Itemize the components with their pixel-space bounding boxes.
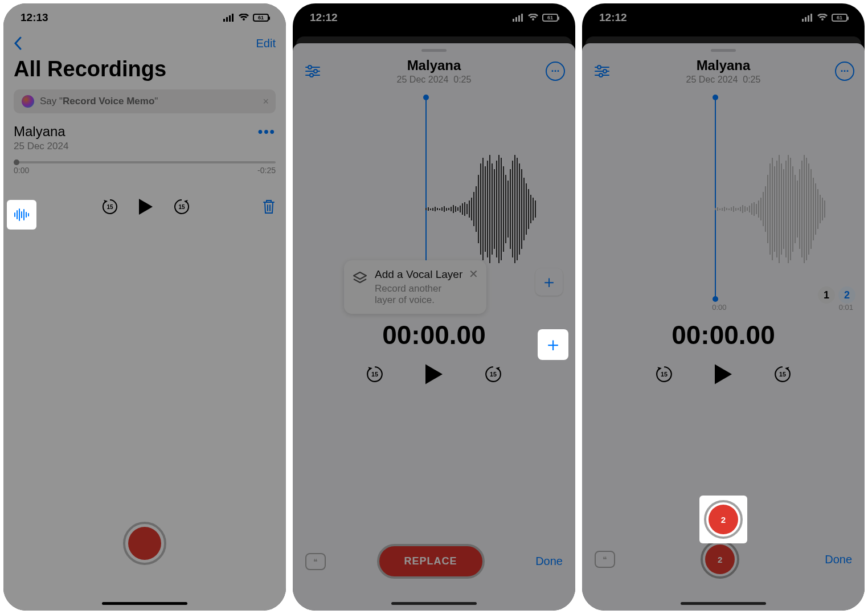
siri-suggestion[interactable]: Say "Record Voice Memo" ×: [14, 89, 276, 113]
record-layer-badge: 2: [705, 545, 735, 574]
more-circle-icon[interactable]: ···: [835, 62, 854, 81]
battery-icon: 61: [832, 14, 847, 22]
popover-title: Add a Vocal Layer: [375, 268, 464, 281]
svg-rect-23: [521, 14, 523, 22]
transcript-icon[interactable]: ❝: [305, 553, 326, 570]
edit-title: Malyana: [686, 58, 761, 73]
svg-text:15: 15: [661, 371, 668, 378]
nav-bar: Edit: [3, 32, 286, 55]
recording-date: 25 Dec 2024: [14, 141, 276, 152]
bottom-bar: ❝ REPLACE Done: [293, 544, 575, 579]
status-time: 12:12: [310, 11, 338, 24]
play-icon[interactable]: [713, 363, 734, 386]
svg-point-25: [308, 66, 312, 69]
svg-text:15: 15: [178, 204, 185, 210]
play-icon[interactable]: [424, 363, 444, 386]
record-inner: [128, 527, 161, 560]
skip-back-15-icon[interactable]: 15: [655, 365, 673, 383]
play-icon[interactable]: [138, 198, 154, 216]
svg-rect-32: [802, 19, 804, 22]
svg-rect-22: [518, 15, 520, 22]
status-bar: 12:13 61: [3, 3, 286, 32]
home-indicator[interactable]: [102, 602, 187, 605]
replace-button[interactable]: REPLACE: [377, 544, 485, 579]
waveform-area[interactable]: Add a Vocal Layer Record another layer o…: [293, 95, 575, 312]
highlight-waveform-button: [7, 200, 36, 230]
svg-rect-2: [229, 15, 231, 22]
playback-controls: 15 15: [3, 185, 286, 216]
svg-rect-33: [805, 17, 806, 22]
layer-badge-1[interactable]: 1: [818, 286, 835, 304]
time-start: 0:00: [14, 166, 29, 175]
svg-rect-20: [513, 19, 514, 22]
svg-point-37: [597, 66, 601, 69]
svg-point-41: [599, 73, 603, 77]
edit-link[interactable]: Edit: [256, 37, 276, 50]
sheet-handle[interactable]: [711, 49, 736, 52]
waveform: [425, 152, 575, 266]
home-indicator[interactable]: [391, 602, 477, 605]
svg-rect-1: [226, 17, 228, 22]
status-bar: 12:12 61: [293, 3, 575, 32]
svg-rect-35: [810, 14, 812, 22]
done-link[interactable]: Done: [535, 555, 563, 568]
skip-forward-15-icon[interactable]: 15: [773, 365, 792, 383]
record-layer-button[interactable]: 2: [701, 540, 739, 579]
svg-rect-0: [223, 19, 225, 22]
wifi-icon: [238, 14, 249, 22]
cellular-icon: [802, 14, 813, 22]
svg-point-39: [603, 69, 607, 73]
transcript-icon[interactable]: ❝: [595, 551, 615, 568]
status-time: 12:13: [21, 11, 48, 24]
tick-0: 0:00: [712, 303, 726, 312]
battery-icon: 61: [542, 14, 558, 22]
settings-sliders-icon[interactable]: [303, 62, 322, 81]
skip-back-15-icon[interactable]: 15: [366, 365, 384, 383]
edit-header: Malyana 25 Dec 2024 0:25 ···: [582, 58, 865, 85]
close-icon[interactable]: ✕: [469, 267, 478, 281]
skip-forward-15-icon[interactable]: 15: [173, 198, 190, 215]
siri-icon: [22, 95, 34, 108]
more-circle-icon[interactable]: ···: [546, 62, 565, 81]
skip-forward-15-icon[interactable]: 15: [484, 365, 502, 383]
phone-2: 12:12 61 Malyana 25 Dec 2024 0:25 ···: [293, 3, 575, 611]
battery-icon: 61: [253, 14, 269, 22]
edit-sheet: Malyana 25 Dec 2024 0:25 ··· Add a Vocal…: [293, 43, 575, 611]
siri-text: Say "Record Voice Memo": [40, 96, 158, 107]
recording-item[interactable]: Malyana ••• 25 Dec 2024 0:00 -0:25: [3, 113, 286, 185]
timer: 00:00.00: [293, 320, 575, 350]
svg-rect-3: [232, 14, 234, 22]
add-layer-popover: Add a Vocal Layer Record another layer o…: [344, 260, 486, 314]
more-icon[interactable]: •••: [258, 124, 276, 140]
playback-controls: 15 15: [293, 363, 575, 386]
wifi-icon: [817, 14, 828, 22]
svg-text:15: 15: [371, 371, 378, 378]
tick-1: 0:01: [839, 303, 853, 312]
highlight-add-layer: ＋: [538, 329, 568, 360]
record-button[interactable]: [123, 522, 166, 565]
phone-1: 12:13 61 Edit All Recordings Say "Record…: [3, 3, 286, 611]
home-indicator[interactable]: [681, 602, 766, 605]
highlight-record-layer: 2: [699, 496, 747, 543]
time-ticks: 0:00 0:01: [582, 303, 865, 312]
settings-sliders-icon[interactable]: [592, 62, 612, 81]
done-link[interactable]: Done: [825, 553, 852, 566]
back-chevron-icon[interactable]: [14, 36, 22, 50]
add-layer-button[interactable]: ＋: [535, 268, 563, 296]
playback-controls: 15 15: [582, 363, 865, 386]
svg-point-27: [314, 69, 317, 73]
svg-text:15: 15: [779, 371, 786, 378]
status-bar: 12:12 61: [582, 3, 865, 32]
layer-badges: 1 2: [818, 286, 855, 304]
close-icon[interactable]: ×: [263, 96, 269, 108]
waveform-area[interactable]: 1 2 0:00 0:01: [582, 95, 865, 312]
scrubber[interactable]: [14, 161, 276, 163]
sheet-handle[interactable]: [421, 49, 447, 52]
layers-icon: [352, 271, 368, 286]
layer-badge-2[interactable]: 2: [838, 286, 855, 304]
trash-icon[interactable]: [262, 199, 276, 215]
cellular-icon: [223, 14, 235, 22]
skip-back-15-icon[interactable]: 15: [101, 198, 118, 215]
cellular-icon: [513, 14, 524, 22]
page-title: All Recordings: [3, 55, 286, 89]
